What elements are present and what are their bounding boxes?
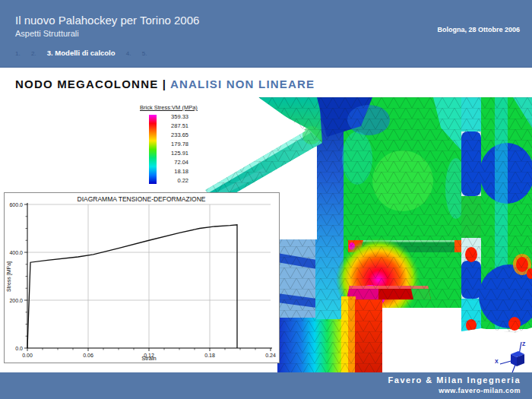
legend-value: 233.65 bbox=[160, 131, 188, 138]
triad-x-label: X bbox=[495, 359, 499, 364]
legend-title: Brick Stress:VM (MPa) bbox=[140, 104, 223, 111]
chart-ylabel: Stress [MPa] bbox=[6, 261, 12, 292]
company-name: Favero & Milan Ingegneria bbox=[388, 375, 521, 385]
chart-data-line bbox=[27, 225, 237, 348]
stress-legend: Brick Stress:VM (MPa) 359.33287.51233.65… bbox=[140, 104, 223, 184]
legend-color-bar bbox=[149, 115, 157, 184]
header-band: Il nuovo Palahockey per Torino 2006 Aspe… bbox=[0, 0, 532, 68]
legend-value: 72.04 bbox=[160, 159, 188, 166]
slide-title-accent: ANALISI NON LINEARE bbox=[170, 78, 315, 90]
slide-title-separator: | bbox=[158, 78, 170, 90]
svg-text:600.0: 600.0 bbox=[9, 202, 23, 207]
nav-item-4[interactable]: 4. bbox=[126, 50, 131, 57]
svg-text:0.00: 0.00 bbox=[22, 353, 33, 358]
chart-title: DIAGRAMMA TENSIONE-DEFORMAZIONE bbox=[78, 195, 206, 203]
stress-strain-chart: DIAGRAMMA TENSIONE-DEFORMAZIONE Stress [… bbox=[5, 193, 279, 363]
legend-value: 359.33 bbox=[160, 113, 188, 120]
legend-value-labels: 359.33287.51233.65179.78125.9172.0418.18… bbox=[160, 113, 188, 184]
triad-z-label: Z bbox=[522, 341, 526, 347]
event-date: Bologna, 28 Ottobre 2006 bbox=[437, 26, 520, 33]
section-nav: 1. 2. 3. Modelli di calcolo 4. 5. bbox=[15, 49, 156, 57]
chart-gridlines bbox=[27, 204, 271, 348]
presentation-slide: Il nuovo Palahockey per Torino 2006 Aspe… bbox=[0, 0, 532, 399]
slide-title-main: NODO MEGACOLONNE bbox=[15, 78, 158, 90]
slide-title: NODO MEGACOLONNE | ANALISI NON LINEARE bbox=[15, 78, 315, 90]
legend-value: 125.91 bbox=[160, 150, 188, 157]
stress-strain-chart-panel: DIAGRAMMA TENSIONE-DEFORMAZIONE Stress [… bbox=[4, 192, 280, 363]
nav-item-2[interactable]: 2. bbox=[31, 50, 36, 57]
axis-triad-icon: Z X Y bbox=[495, 341, 526, 372]
presentation-subtitle: Aspetti Strutturali bbox=[15, 29, 79, 38]
footer-band: Favero & Milan Ingegneria www.favero-mil… bbox=[0, 372, 532, 399]
svg-text:0.0: 0.0 bbox=[15, 346, 23, 351]
svg-text:400.0: 400.0 bbox=[9, 250, 23, 255]
nav-item-3-active[interactable]: 3. Modelli di calcolo bbox=[47, 49, 116, 57]
presentation-title: Il nuovo Palahockey per Torino 2006 bbox=[15, 14, 199, 27]
svg-text:0.18: 0.18 bbox=[204, 353, 215, 358]
svg-text:0.12: 0.12 bbox=[144, 353, 154, 358]
legend-value: 0.22 bbox=[160, 177, 188, 184]
legend-value: 18.18 bbox=[160, 168, 188, 175]
legend-value: 287.51 bbox=[160, 122, 188, 129]
legend-body: 359.33287.51233.65179.78125.9172.0418.18… bbox=[140, 113, 223, 184]
svg-text:0.06: 0.06 bbox=[83, 353, 93, 358]
svg-text:200.0: 200.0 bbox=[9, 298, 23, 303]
company-website[interactable]: www.favero-milan.com bbox=[439, 387, 521, 394]
nav-item-5[interactable]: 5. bbox=[142, 50, 147, 57]
legend-value: 179.78 bbox=[160, 141, 188, 147]
nav-item-1[interactable]: 1. bbox=[15, 50, 21, 57]
svg-text:0.24: 0.24 bbox=[265, 353, 276, 358]
